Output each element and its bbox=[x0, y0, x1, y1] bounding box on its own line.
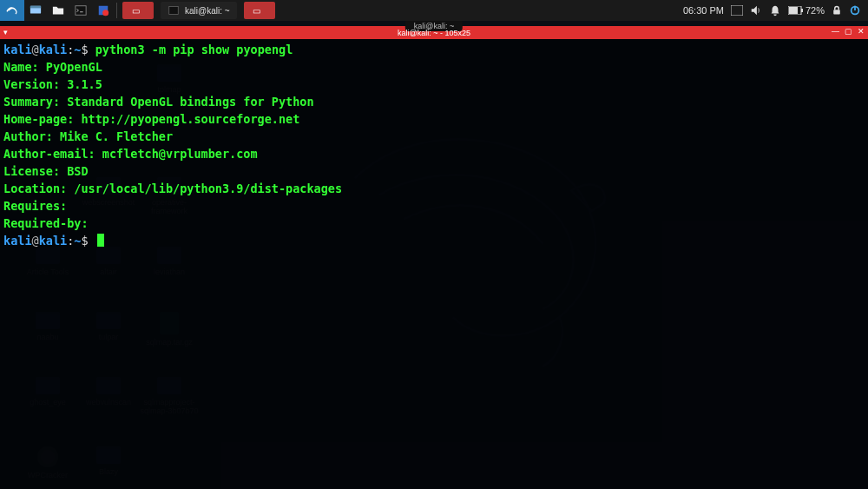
power-button[interactable] bbox=[849, 4, 861, 17]
terminal-thumb-icon bbox=[168, 4, 180, 17]
output-line: License: BSD bbox=[3, 164, 89, 178]
svg-rect-8 bbox=[789, 7, 798, 14]
lock-icon bbox=[832, 5, 842, 16]
notifications-button[interactable] bbox=[769, 4, 781, 17]
terminal-window: ▾ kali@kali: ~ kali@kali: ~ - 105x25 — ▢… bbox=[0, 26, 868, 489]
panel-separator bbox=[116, 3, 117, 18]
taskbar-window-1[interactable]: ▭ bbox=[122, 2, 154, 19]
command-text: python3 -m pip show pyopengl bbox=[95, 43, 293, 56]
svg-rect-5 bbox=[169, 7, 179, 15]
svg-point-4 bbox=[102, 10, 108, 16]
clock-text: 06:30 PM bbox=[683, 5, 724, 16]
terminal-title: kali@kali: ~ - 105x25 bbox=[398, 29, 470, 37]
window-menu-icon[interactable]: ▾ bbox=[3, 28, 8, 36]
prompt-host: kali bbox=[39, 234, 68, 248]
workspace-icon bbox=[731, 5, 743, 16]
output-line: Home-page: http://pyopengl.sourceforge.n… bbox=[3, 112, 299, 126]
clock[interactable]: 06:30 PM bbox=[683, 5, 724, 16]
window-thumb-icon: ▭ bbox=[129, 4, 141, 17]
power-icon bbox=[849, 4, 861, 17]
desktop-icon bbox=[30, 4, 42, 17]
output-line: Required-by: bbox=[3, 216, 95, 230]
battery-icon bbox=[788, 6, 804, 15]
volume-control[interactable] bbox=[750, 4, 762, 17]
folder-icon bbox=[52, 4, 64, 17]
output-line: Summary: Standard OpenGL bindings for Py… bbox=[3, 95, 314, 109]
speaker-icon bbox=[750, 4, 762, 17]
taskbar-window-2[interactable]: kali@kali: ~ bbox=[161, 2, 237, 19]
bell-icon bbox=[769, 4, 781, 17]
minimize-button[interactable]: — bbox=[832, 27, 839, 36]
terminal-launcher[interactable] bbox=[69, 0, 92, 21]
output-line: Author: Mike C. Fletcher bbox=[3, 129, 173, 143]
panel-left: ▭ kali@kali: ~ ▭ bbox=[0, 0, 279, 21]
text-editor-launcher[interactable] bbox=[92, 0, 115, 21]
prompt-at: @ bbox=[32, 234, 39, 248]
kali-logo-icon bbox=[5, 3, 19, 17]
svg-rect-9 bbox=[801, 9, 803, 12]
svg-rect-10 bbox=[833, 10, 840, 14]
show-desktop-button[interactable] bbox=[24, 0, 47, 21]
applications-menu-button[interactable] bbox=[0, 0, 24, 21]
output-line: Author-email: mcfletch@vrplumber.com bbox=[3, 147, 258, 161]
kate-icon bbox=[97, 4, 109, 17]
battery-percent: 72% bbox=[806, 5, 825, 16]
panel-right: 06:30 PM 72% bbox=[683, 0, 868, 21]
prompt-user: kali bbox=[3, 234, 32, 248]
top-panel: ▭ kali@kali: ~ ▭ 06:30 PM 72% bbox=[0, 0, 868, 21]
lock-button[interactable] bbox=[832, 5, 842, 16]
output-line: Version: 3.1.5 bbox=[3, 77, 102, 91]
svg-rect-2 bbox=[76, 6, 86, 16]
taskbar-window-2-label: kali@kali: ~ bbox=[185, 6, 230, 16]
battery-indicator[interactable]: 72% bbox=[788, 5, 825, 16]
prompt-dollar: $ bbox=[81, 43, 88, 56]
file-manager-launcher[interactable] bbox=[47, 0, 69, 21]
output-line: Location: /usr/local/lib/python3.9/dist-… bbox=[3, 182, 342, 195]
terminal-icon bbox=[75, 4, 87, 17]
output-line: Name: PyOpenGL bbox=[3, 60, 102, 74]
terminal-titlebar[interactable]: ▾ kali@kali: ~ kali@kali: ~ - 105x25 — ▢… bbox=[0, 26, 868, 39]
window-thumb-icon: ▭ bbox=[251, 4, 263, 17]
terminal-body[interactable]: kali@kali:~$ python3 -m pip show pyopeng… bbox=[0, 39, 868, 489]
close-button[interactable]: ✕ bbox=[858, 27, 865, 36]
svg-rect-6 bbox=[731, 5, 743, 16]
window-controls: — ▢ ✕ bbox=[832, 27, 865, 36]
prompt-at: @ bbox=[32, 43, 39, 56]
output-line: Requires: bbox=[3, 199, 74, 213]
workspace-switcher[interactable] bbox=[731, 5, 743, 16]
taskbar-window-3[interactable]: ▭ bbox=[244, 2, 275, 19]
cursor bbox=[97, 234, 104, 247]
prompt-host: kali bbox=[39, 43, 68, 56]
svg-rect-1 bbox=[30, 6, 41, 9]
prompt-dollar: $ bbox=[81, 234, 88, 248]
maximize-button[interactable]: ▢ bbox=[845, 27, 852, 36]
prompt-user: kali bbox=[3, 43, 32, 56]
